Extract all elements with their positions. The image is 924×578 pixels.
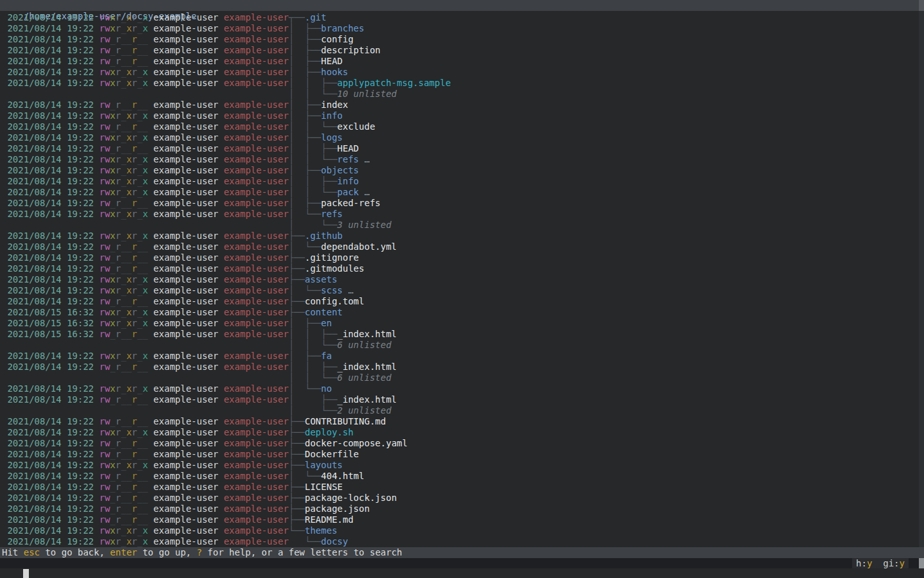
- tree-row-scss[interactable]: 2021/08/14 19:22 rwxr_xr_x example-user …: [2, 285, 919, 296]
- entry-date: 2021/08/14 19:22: [2, 176, 99, 186]
- entry-group: example-user: [224, 504, 289, 514]
- entry-meta: 2021/08/14 19:22 rwxr_xr_x example-user …: [2, 525, 289, 536]
- entry-group: example-user: [224, 416, 289, 426]
- tree-row-git[interactable]: 2021/08/14 19:22 rwxr_xr_x example-user …: [2, 12, 919, 23]
- entry-date: 2021/08/14 19:22: [2, 67, 99, 77]
- tree-row-license[interactable]: 2021/08/14 19:22 rw_r__r__ example-user …: [2, 482, 919, 493]
- entry-permissions: rw_r__r__: [99, 362, 148, 372]
- directory-name: logs: [321, 132, 343, 143]
- entry-permissions: rwxr_xr_x: [99, 383, 148, 394]
- entry-date: 2021/08/14 19:22: [2, 143, 99, 153]
- tree-row-assets[interactable]: 2021/08/14 19:22 rwxr_xr_x example-user …: [2, 274, 919, 285]
- tree-row-docker-compose-yaml[interactable]: 2021/08/14 19:22 rw_r__r__ example-user …: [2, 438, 919, 449]
- tree-row-objects[interactable]: 2021/08/14 19:22 rwxr_xr_x example-user …: [2, 165, 919, 176]
- tree-row-config-toml[interactable]: 2021/08/14 19:22 rw_r__r__ example-user …: [2, 296, 919, 307]
- entry-meta: 2021/08/14 19:22 rw_r__r__ example-user …: [2, 394, 289, 405]
- entry-permissions: rwxr_xr_x: [99, 78, 148, 88]
- tree-branch-lines: ├──: [289, 438, 305, 448]
- entry-permissions: rwxr_xr_x: [99, 274, 148, 285]
- entry-meta: 2021/08/14 19:22 rwxr_xr_x example-user …: [2, 209, 289, 220]
- tree-row-index[interactable]: 2021/08/14 19:22 rw_r__r__ example-user …: [2, 100, 919, 110]
- tree-row-refs[interactable]: 2021/08/14 19:22 rwxr_xr_x example-user …: [2, 154, 919, 165]
- tree-row-exclude[interactable]: 2021/08/14 19:22 rw_r__r__ example-user …: [2, 121, 919, 132]
- tree-row-packed-refs[interactable]: 2021/08/14 19:22 rw_r__r__ example-user …: [2, 198, 919, 209]
- tree-row-layouts[interactable]: 2021/08/14 19:22 rwxr_xr_x example-user …: [2, 460, 919, 471]
- tree-branch-lines: │ ├──: [289, 318, 321, 328]
- tree-row-head[interactable]: 2021/08/14 19:22 rw_r__r__ example-user …: [2, 143, 919, 154]
- tree-row-index-html[interactable]: 2021/08/14 19:22 rw_r__r__ example-user …: [2, 362, 919, 372]
- entry-group: example-user: [224, 351, 289, 361]
- flag-label: h:: [856, 558, 867, 568]
- tree-row-dockerfile[interactable]: 2021/08/14 19:22 rw_r__r__ example-user …: [2, 449, 919, 460]
- entry-group: example-user: [224, 34, 289, 44]
- tree-row-info[interactable]: 2021/08/14 19:22 rwxr_xr_x example-user …: [2, 176, 919, 187]
- tree-row-index-html[interactable]: 2021/08/14 19:22 rw_r__r__ example-user …: [2, 394, 919, 405]
- tree-row-docsy[interactable]: 2021/08/14 19:22 rwxr_xr_x example-user …: [2, 536, 919, 547]
- tree-row-contributing-md[interactable]: 2021/08/14 19:22 rw_r__r__ example-user …: [2, 416, 919, 427]
- tree-row-themes[interactable]: 2021/08/14 19:22 rwxr_xr_x example-user …: [2, 525, 919, 536]
- key-hint: esc: [24, 547, 40, 557]
- entry-date: 2021/08/15 16:32: [2, 329, 99, 339]
- entry-owner: example-user: [153, 460, 218, 470]
- tree-branch-lines: │ │ └──: [289, 187, 338, 197]
- tree-row-config[interactable]: 2021/08/14 19:22 rw_r__r__ example-user …: [2, 34, 919, 45]
- tree-row-gitignore[interactable]: 2021/08/14 19:22 rw_r__r__ example-user …: [2, 252, 919, 263]
- tree-row-deploy-sh[interactable]: 2021/08/14 19:22 rwxr_xr_x example-user …: [2, 427, 919, 438]
- tree-row-applypatch-msg-sample[interactable]: 2021/08/14 19:22 rwxr_xr_x example-user …: [2, 78, 919, 89]
- file-name: 404.html: [321, 471, 364, 481]
- entry-permissions: rw_r__r__: [99, 198, 148, 208]
- tree-branch-lines: └──: [289, 536, 321, 547]
- entry-owner: example-user: [153, 23, 218, 33]
- tree-row-fa[interactable]: 2021/08/14 19:22 rwxr_xr_x example-user …: [2, 351, 919, 362]
- tree-row-info[interactable]: 2021/08/14 19:22 rwxr_xr_x example-user …: [2, 110, 919, 121]
- tree-row-head[interactable]: 2021/08/14 19:22 rw_r__r__ example-user …: [2, 56, 919, 67]
- tree-branch-lines: │ │ └──: [289, 340, 338, 350]
- tree-row-en[interactable]: 2021/08/15 16:32 rwxr_xr_x example-user …: [2, 318, 919, 329]
- file-name: .gitmodules: [305, 263, 364, 274]
- tree-row-package-lock-json[interactable]: 2021/08/14 19:22 rw_r__r__ example-user …: [2, 493, 919, 504]
- entry-meta: 2021/08/14 19:22 rwxr_xr_x example-user …: [2, 23, 289, 34]
- entry-meta: 2021/08/14 19:22 rwxr_xr_x example-user …: [2, 12, 289, 23]
- entry-meta: 2021/08/14 19:22 rw_r__r__ example-user …: [2, 471, 289, 482]
- tree-row-dependabot-yml[interactable]: 2021/08/14 19:22 rw_r__r__ example-user …: [2, 241, 919, 252]
- entry-group: example-user: [224, 427, 289, 437]
- entry-permissions: rw_r__r__: [99, 504, 148, 514]
- tree-row-logs[interactable]: 2021/08/14 19:22 rwxr_xr_x example-user …: [2, 132, 919, 143]
- entry-group: example-user: [224, 493, 289, 503]
- entry-meta: 2021/08/14 19:22 rw_r__r__ example-user …: [2, 34, 289, 45]
- tree-row-hooks[interactable]: 2021/08/14 19:22 rwxr_xr_x example-user …: [2, 67, 919, 78]
- tree-row-branches[interactable]: 2021/08/14 19:22 rwxr_xr_x example-user …: [2, 23, 919, 34]
- tree-row-content[interactable]: 2021/08/15 16:32 rwxr_xr_x example-user …: [2, 307, 919, 318]
- entry-owner: example-user: [153, 67, 218, 77]
- entry-meta: 2021/08/14 19:22 rwxr_xr_x example-user …: [2, 176, 289, 187]
- unlisted-count: 3 unlisted: [338, 220, 391, 230]
- entry-owner: example-user: [153, 427, 218, 437]
- file-name: package.json: [305, 504, 370, 514]
- tree-row-no[interactable]: 2021/08/14 19:22 rwxr_xr_x example-user …: [2, 383, 919, 394]
- tree-row-description[interactable]: 2021/08/14 19:22 rw_r__r__ example-user …: [2, 45, 919, 56]
- scrollbar-thumb[interactable]: [919, 0, 924, 11]
- tree-row-readme-md[interactable]: 2021/08/14 19:22 rw_r__r__ example-user …: [2, 514, 919, 525]
- scrollbar-bottom-marker: [919, 558, 924, 568]
- tree-row-10-unlisted: │ │ └──10 unlisted: [2, 89, 919, 100]
- entry-owner: example-user: [153, 263, 218, 274]
- tree-row-refs[interactable]: 2021/08/14 19:22 rwxr_xr_x example-user …: [2, 209, 919, 220]
- file-name: dependabot.yml: [321, 241, 397, 252]
- search-input-bar[interactable]: h:y gi:y: [0, 558, 919, 568]
- tree-row-github[interactable]: 2021/08/14 19:22 rwxr_xr_x example-user …: [2, 231, 919, 241]
- entry-permissions: rw_r__r__: [99, 121, 148, 132]
- entry-meta: 2021/08/14 19:22 rw_r__r__ example-user …: [2, 56, 289, 67]
- scrollbar-track[interactable]: [919, 11, 924, 547]
- entry-owner: example-user: [153, 471, 218, 481]
- entry-permissions: rw_r__r__: [99, 263, 148, 274]
- tree-row-404-html[interactable]: 2021/08/14 19:22 rw_r__r__ example-user …: [2, 471, 919, 482]
- tree-row-package-json[interactable]: 2021/08/14 19:22 rw_r__r__ example-user …: [2, 504, 919, 514]
- tree-row-pack[interactable]: 2021/08/14 19:22 rwxr_xr_x example-user …: [2, 187, 919, 198]
- entry-owner: example-user: [153, 296, 218, 306]
- tree-branch-lines: │ ├──: [289, 110, 321, 121]
- entry-date: 2021/08/14 19:22: [2, 362, 99, 372]
- entry-owner: example-user: [153, 165, 218, 175]
- entry-group: example-user: [224, 78, 289, 88]
- tree-row-gitmodules[interactable]: 2021/08/14 19:22 rw_r__r__ example-user …: [2, 263, 919, 274]
- tree-row-index-html[interactable]: 2021/08/15 16:32 rw_r__r__ example-user …: [2, 329, 919, 340]
